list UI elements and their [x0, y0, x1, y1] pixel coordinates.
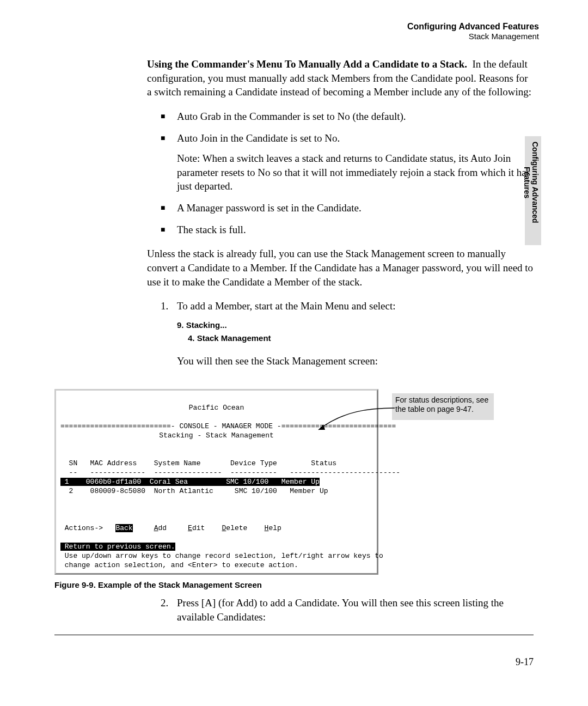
term-edit-u[interactable]: E	[188, 524, 192, 532]
para-unless: Unless the stack is already full, you ca…	[147, 247, 534, 289]
term-row1-c: Member Up	[273, 478, 320, 486]
term-row1-b: SMC 10/100	[222, 478, 273, 486]
figure-caption: Figure 9-9. Example of the Stack Managem…	[54, 580, 490, 589]
bullet-auto-join: Auto Join in the Candidate is set to No.…	[161, 131, 534, 194]
term-row2: 2 080009-8c5080 North Atlantic SMC 10/10…	[60, 487, 328, 495]
term-help2: change action selection, and <Enter> to …	[60, 561, 298, 569]
page-header: Configuring Advanced Features Stack Mana…	[54, 22, 539, 41]
step-1-text: To add a Member, start at the Main Menu …	[177, 299, 396, 313]
term-header-sep: -- ------------- ---------------- ------…	[60, 468, 400, 477]
step-1-num: 1.	[161, 299, 177, 313]
after-menu-text: You will then see the Stack Management s…	[177, 355, 534, 367]
term-header: SN MAC Address System Name Device Type S…	[60, 459, 336, 467]
menu-path: 9. Stacking... 4. Stack Management	[177, 319, 534, 345]
note: Note: When a switch leaves a stack and r…	[177, 151, 534, 193]
term-help-action[interactable]: elp	[268, 524, 281, 532]
step-2-text: Press [A] (for Add) to add a Candidate. …	[177, 596, 534, 624]
term-sep: ==========================- CONSOLE - MA…	[60, 422, 396, 430]
callout-status: For status descriptions, see the table o…	[392, 393, 494, 420]
term-subtitle: Stacking - Stack Management	[60, 431, 372, 440]
terminal-screenshot: Pacific Ocean ==========================…	[54, 389, 490, 575]
header-title: Configuring Advanced Features	[54, 22, 539, 32]
bullet-stack-full: The stack is full.	[161, 223, 534, 237]
term-add-action[interactable]: dd	[158, 524, 167, 532]
page-number: 9-17	[516, 656, 534, 668]
intro-lead: Using the Commander's Menu To Manually A…	[147, 58, 467, 70]
term-return: Return to previous screen.	[60, 543, 175, 551]
intro-paragraph: Using the Commander's Menu To Manually A…	[147, 57, 534, 99]
step-2-num: 2.	[161, 596, 177, 624]
term-back-action[interactable]: Back	[115, 524, 132, 532]
step-1: 1. To add a Member, start at the Main Me…	[161, 299, 534, 313]
footer-rule	[54, 635, 534, 635]
menu-stack-mgmt: 4. Stack Management	[188, 332, 534, 345]
term-edit-action[interactable]: dit	[192, 524, 205, 532]
term-help1: Use up/down arrow keys to change record …	[60, 552, 383, 560]
menu-stacking: 9. Stacking...	[177, 319, 534, 332]
term-row1-a: 1 0060b0-df1a00 Coral Sea	[60, 478, 222, 486]
step-2: 2. Press [A] (for Add) to add a Candidat…	[161, 596, 534, 624]
bullet-auto-grab: Auto Grab in the Commander is set to No …	[161, 109, 534, 124]
header-subtitle: Stack Management	[54, 32, 539, 41]
term-delete-action[interactable]: elete	[226, 524, 247, 532]
bullet-password: A Manager password is set in the Candida…	[161, 201, 534, 215]
bullet-list: Auto Grab in the Commander is set to No …	[161, 109, 534, 236]
term-title: Pacific Ocean	[60, 403, 372, 412]
term-actions-pre: Actions->	[60, 524, 115, 532]
